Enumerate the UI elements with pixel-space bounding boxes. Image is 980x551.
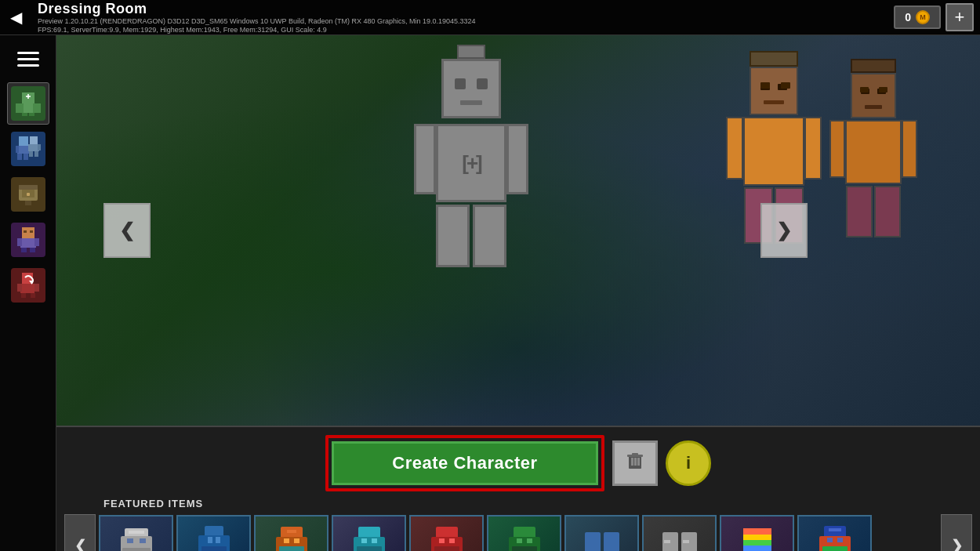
svg-rect-2 bbox=[16, 103, 24, 113]
featured-item-2[interactable] bbox=[176, 515, 251, 551]
sidebar-item-reset[interactable] bbox=[7, 264, 49, 306]
action-row: Create Character i bbox=[56, 427, 980, 498]
svg-rect-7 bbox=[27, 94, 29, 99]
svg-rect-18 bbox=[34, 151, 38, 157]
featured-item-8[interactable] bbox=[642, 515, 717, 551]
main-viewport: ❮ [+] bbox=[56, 35, 980, 426]
svg-rect-66 bbox=[284, 538, 289, 543]
sidebar bbox=[0, 35, 56, 551]
items-container bbox=[96, 515, 941, 551]
svg-rect-118 bbox=[837, 538, 843, 542]
svg-rect-23 bbox=[28, 201, 31, 205]
info-icon: i bbox=[686, 453, 691, 473]
featured-item-10[interactable] bbox=[797, 515, 872, 551]
hamburger-menu-button[interactable] bbox=[7, 42, 49, 76]
character-2 bbox=[829, 59, 917, 244]
svg-rect-35 bbox=[17, 284, 22, 292]
left-arrow-icon: ❮ bbox=[119, 219, 135, 241]
featured-items-label: FEATURED ITEMS bbox=[64, 498, 972, 509]
items-row: ❮ bbox=[64, 514, 972, 551]
svg-rect-108 bbox=[743, 535, 771, 540]
svg-rect-87 bbox=[512, 546, 537, 552]
svg-rect-105 bbox=[683, 540, 689, 543]
add-currency-button[interactable]: + bbox=[946, 3, 974, 31]
svg-rect-29 bbox=[21, 248, 27, 252]
bottom-panel: Create Character i FEATURED ITEMS ❮ bbox=[56, 426, 980, 551]
featured-item-7[interactable] bbox=[564, 515, 639, 551]
create-character-highlight: Create Character bbox=[325, 435, 604, 491]
svg-rect-73 bbox=[357, 546, 382, 552]
featured-item-1[interactable] bbox=[99, 515, 173, 551]
svg-rect-50 bbox=[140, 538, 146, 543]
sidebar-item-add-character[interactable] bbox=[7, 82, 49, 125]
svg-rect-51 bbox=[129, 531, 144, 534]
svg-rect-57 bbox=[208, 537, 212, 543]
svg-rect-116 bbox=[822, 546, 848, 552]
sidebar-item-wardrobe[interactable] bbox=[7, 173, 49, 216]
info-button[interactable]: i bbox=[666, 440, 711, 486]
svg-rect-56 bbox=[201, 546, 227, 552]
svg-rect-27 bbox=[17, 238, 22, 246]
featured-item-6[interactable] bbox=[487, 515, 561, 551]
svg-rect-10 bbox=[16, 146, 19, 153]
svg-rect-32 bbox=[30, 230, 33, 233]
characters-icon bbox=[11, 132, 45, 166]
add-character-icon bbox=[11, 86, 45, 121]
right-arrow-icon: ❯ bbox=[776, 219, 792, 241]
coin-display: 0 M bbox=[894, 5, 941, 29]
items-nav-right[interactable]: ❯ bbox=[941, 514, 972, 551]
svg-rect-119 bbox=[829, 528, 841, 531]
delete-character-button[interactable] bbox=[612, 440, 658, 486]
svg-rect-22 bbox=[25, 201, 28, 205]
svg-rect-4 bbox=[22, 113, 27, 116]
svg-rect-49 bbox=[127, 538, 133, 543]
svg-rect-92 bbox=[585, 532, 601, 552]
featured-item-3[interactable] bbox=[254, 515, 328, 551]
featured-item-9[interactable] bbox=[720, 515, 794, 551]
featured-item-5[interactable] bbox=[409, 515, 484, 551]
svg-rect-82 bbox=[449, 538, 455, 543]
svg-rect-28 bbox=[34, 238, 39, 246]
svg-rect-42 bbox=[632, 453, 638, 455]
sidebar-item-characters[interactable] bbox=[7, 128, 49, 170]
svg-rect-117 bbox=[827, 538, 833, 542]
svg-rect-5 bbox=[29, 113, 34, 116]
skins-icon bbox=[11, 223, 45, 257]
wardrobe-icon bbox=[11, 177, 45, 212]
title-area: Dressing Room Preview 1.20.10.21 (RENDER… bbox=[31, 1, 894, 34]
svg-rect-31 bbox=[24, 230, 27, 233]
svg-rect-109 bbox=[743, 540, 771, 546]
character-nav-right[interactable]: ❯ bbox=[760, 203, 808, 258]
character-nav-left[interactable]: ❮ bbox=[103, 203, 151, 258]
svg-rect-37 bbox=[21, 293, 26, 298]
trash-icon bbox=[624, 450, 646, 477]
page-title: Dressing Room bbox=[38, 1, 894, 17]
back-button[interactable]: ◀ bbox=[0, 0, 31, 35]
reset-icon bbox=[11, 268, 45, 303]
create-character-button[interactable]: Create Character bbox=[332, 441, 598, 485]
debug-info: Preview 1.20.10.21 (RENDERDRAGON) D3D12 … bbox=[38, 17, 894, 34]
coin-icon: M bbox=[916, 10, 930, 24]
sidebar-item-skins[interactable] bbox=[7, 219, 49, 261]
hamburger-icon bbox=[17, 52, 39, 67]
coin-area: 0 M + bbox=[894, 3, 974, 31]
svg-rect-75 bbox=[372, 538, 377, 543]
svg-rect-9 bbox=[17, 146, 30, 154]
svg-rect-13 bbox=[24, 154, 28, 160]
items-left-icon: ❮ bbox=[74, 537, 86, 551]
svg-rect-44 bbox=[634, 458, 637, 466]
placeholder-character: [+] bbox=[416, 59, 526, 278]
svg-rect-24 bbox=[27, 193, 30, 196]
svg-rect-36 bbox=[34, 284, 39, 292]
svg-rect-43 bbox=[631, 458, 633, 466]
svg-rect-107 bbox=[743, 528, 771, 535]
svg-rect-16 bbox=[38, 144, 41, 150]
svg-rect-30 bbox=[30, 248, 35, 252]
svg-rect-45 bbox=[637, 458, 640, 466]
items-nav-left[interactable]: ❮ bbox=[64, 514, 96, 551]
featured-item-4[interactable] bbox=[332, 515, 406, 551]
svg-rect-12 bbox=[17, 154, 22, 160]
svg-rect-14 bbox=[30, 136, 38, 144]
character-display-area: ❮ [+] bbox=[56, 35, 980, 426]
svg-rect-38 bbox=[31, 293, 35, 298]
